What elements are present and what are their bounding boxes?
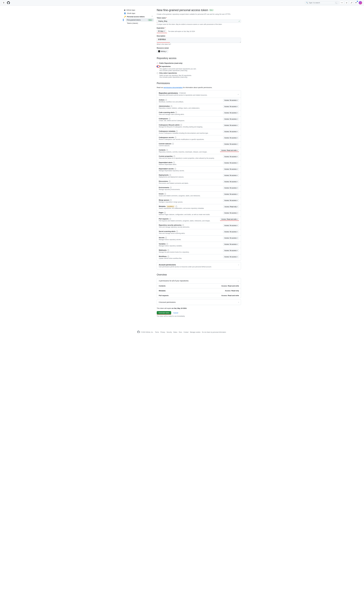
- token-name-input[interactable]: [157, 20, 241, 23]
- sidebar-item-oauth-apps[interactable]: 👤OAuth Apps: [123, 12, 154, 15]
- info-icon[interactable]: i: [169, 174, 171, 176]
- footer-link-1[interactable]: Privacy: [160, 331, 166, 333]
- pull-requests-button[interactable]: ⎇: [349, 1, 353, 4]
- info-icon[interactable]: i: [173, 155, 175, 157]
- info-icon[interactable]: i: [169, 181, 171, 182]
- access-select-21[interactable]: Access: No access: [223, 230, 239, 233]
- generate-token-button[interactable]: Generate token: [157, 311, 171, 314]
- permissions-doc-link[interactable]: permissions documentation: [164, 86, 182, 88]
- issues-button[interactable]: ⊙: [345, 1, 348, 4]
- expiration-note: The token will expire on Sat, May 18 202…: [168, 31, 195, 32]
- info-icon[interactable]: i: [172, 143, 174, 145]
- info-icon[interactable]: i: [173, 162, 175, 163]
- access-select-5[interactable]: Access: No access: [223, 130, 239, 133]
- sidebar-sub-fine-grained[interactable]: Fine-grained tokensBeta: [126, 18, 154, 22]
- info-icon[interactable]: i: [171, 105, 172, 107]
- access-select-9[interactable]: Access: No access: [223, 155, 239, 158]
- apps-icon: ▣: [124, 9, 125, 11]
- info-icon[interactable]: i: [166, 243, 168, 245]
- access-select-1[interactable]: Access: No access: [223, 105, 239, 108]
- access-select-8[interactable]: Access: Read and write: [220, 149, 239, 152]
- access-select-12[interactable]: Access: No access: [223, 174, 239, 177]
- overview-row-2: Pull requestsAccess: Read and write: [157, 293, 241, 298]
- access-select-13[interactable]: Access: No access: [223, 180, 239, 183]
- info-icon[interactable]: i: [169, 218, 171, 220]
- info-icon[interactable]: i: [170, 199, 172, 201]
- info-icon[interactable]: i: [176, 130, 178, 132]
- perm-row-17: Metadatamandatoryi Search repositories, …: [157, 204, 241, 210]
- repo-opt-1[interactable]: All repositories: [157, 65, 241, 68]
- repo-radio-2[interactable]: [157, 72, 158, 74]
- access-select-16[interactable]: Access: No access: [223, 199, 239, 202]
- perm-row-25: Workflowsi Update GitHub Action workflow…: [157, 254, 241, 260]
- footer-link-4[interactable]: Docs: [178, 331, 183, 333]
- info-icon[interactable]: i: [175, 137, 176, 138]
- access-select-24[interactable]: Access: No access: [223, 249, 239, 252]
- repo-radio-1[interactable]: [157, 66, 158, 67]
- owner-avatar: [158, 50, 160, 52]
- access-select-19[interactable]: Access: Read and write: [220, 218, 239, 221]
- footer-link-7[interactable]: Do not share my personal information: [201, 331, 227, 333]
- repo-opt-0[interactable]: Public Repositories (read-only): [157, 62, 241, 65]
- access-select-6[interactable]: Access: No access: [223, 137, 239, 139]
- info-icon[interactable]: i: [164, 193, 166, 195]
- cancel-link[interactable]: Cancel: [172, 311, 179, 314]
- access-select-15[interactable]: Access: No access: [223, 193, 239, 195]
- account-permissions-count[interactable]: 0 Account permissions ›: [157, 300, 241, 305]
- info-icon[interactable]: i: [167, 256, 169, 257]
- repo-opt-2[interactable]: Only select repositories: [157, 71, 241, 75]
- create-new-button[interactable]: + ▾: [340, 1, 344, 4]
- info-icon[interactable]: i: [175, 205, 177, 207]
- info-icon[interactable]: i: [166, 149, 168, 151]
- access-select-0[interactable]: Access: No access: [223, 99, 239, 102]
- github-logo[interactable]: [7, 1, 10, 4]
- footer-link-0[interactable]: Terms: [154, 331, 160, 333]
- perm-row-3: Codespacesi Create, edit, delete and lis…: [157, 117, 241, 123]
- access-select-14[interactable]: Access: No access: [223, 187, 239, 189]
- info-icon[interactable]: i: [165, 237, 167, 238]
- info-icon[interactable]: i: [170, 187, 172, 188]
- description-label: Description: [157, 35, 241, 37]
- access-select-22[interactable]: Access: No access: [223, 237, 239, 239]
- info-icon[interactable]: i: [175, 112, 177, 113]
- info-icon[interactable]: i: [180, 124, 182, 126]
- info-icon[interactable]: i: [164, 212, 166, 214]
- access-select-18[interactable]: Access: No access: [223, 212, 239, 214]
- overview-permissions-summary[interactable]: 3 permissions for all of your repositori…: [157, 278, 241, 284]
- repo-permissions-header[interactable]: Repository permissions3 Selected Reposit…: [157, 90, 241, 98]
- description-input[interactable]: 部署博客的: [157, 38, 241, 43]
- owner-select[interactable]: MrHzq▾: [157, 50, 168, 53]
- info-icon[interactable]: i: [174, 168, 176, 170]
- search-input[interactable]: 🔍 Type / to search >_: [305, 1, 339, 4]
- notifications-button[interactable]: ✉: [354, 1, 358, 4]
- info-icon[interactable]: i: [182, 224, 184, 226]
- info-icon[interactable]: i: [176, 231, 178, 232]
- access-select-23[interactable]: Access: No access: [223, 243, 239, 246]
- access-select-3[interactable]: Access: No access: [223, 118, 239, 120]
- access-select-11[interactable]: Access: No access: [223, 168, 239, 171]
- access-select-25[interactable]: Access: No access: [223, 256, 239, 258]
- repo-radio-0[interactable]: [157, 63, 158, 64]
- footer-link-5[interactable]: Contact: [183, 331, 189, 333]
- sidebar-sub-classic[interactable]: Tokens (classic): [126, 22, 154, 25]
- hamburger-menu[interactable]: ☰: [2, 1, 6, 4]
- footer-link-3[interactable]: Status: [172, 331, 178, 333]
- user-avatar[interactable]: [359, 1, 362, 4]
- expiration-select[interactable]: 60 days: [157, 30, 166, 33]
- perm-row-24: Webhooksi Manage the post-receive hooks …: [157, 248, 241, 254]
- access-select-4[interactable]: Access: No access: [223, 124, 239, 127]
- footer-link-2[interactable]: Security: [166, 331, 172, 333]
- access-select-2[interactable]: Access: No access: [223, 111, 239, 114]
- perm-row-2: Code scanning alertsi View and manage co…: [157, 110, 241, 117]
- footer-link-6[interactable]: Manage cookies: [189, 331, 201, 333]
- access-select-7[interactable]: Access: No access: [223, 143, 239, 145]
- info-icon[interactable]: i: [169, 118, 171, 119]
- info-icon[interactable]: i: [167, 249, 169, 251]
- access-select-17[interactable]: Access: Read-only: [223, 205, 239, 208]
- sidebar-item-personal-tokens[interactable]: 🔑Personal access tokens⌃: [123, 15, 154, 18]
- info-icon[interactable]: i: [165, 99, 167, 101]
- account-permissions-header[interactable]: Account permissions User permissions per…: [157, 262, 241, 269]
- sidebar-item-github-apps[interactable]: ▣GitHub Apps: [123, 8, 154, 12]
- access-select-20[interactable]: Access: No access: [223, 224, 239, 227]
- access-select-10[interactable]: Access: No access: [223, 161, 239, 164]
